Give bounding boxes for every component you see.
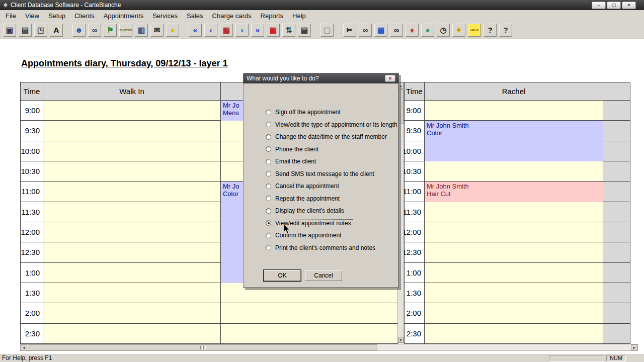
slot-cell[interactable] <box>43 182 221 202</box>
slot-cell[interactable] <box>425 263 603 283</box>
radio-button-icon[interactable] <box>266 184 271 189</box>
slot-cell[interactable] <box>425 161 603 182</box>
appointments-grid-button[interactable]: ▦ <box>267 24 280 37</box>
flag-button[interactable]: ⚑ <box>104 24 117 37</box>
slot-cell[interactable] <box>43 141 221 161</box>
slot-cell[interactable] <box>425 222 603 242</box>
radio-option[interactable]: Cancel the appointment <box>266 180 398 193</box>
radio-button-icon[interactable] <box>266 233 271 238</box>
radio-option[interactable]: Repeat the appointment <box>266 193 398 205</box>
slot-cell[interactable] <box>43 121 221 141</box>
menu-services[interactable]: Services <box>148 11 182 21</box>
menu-charge-cards[interactable]: Charge cards <box>208 11 256 21</box>
screen-button[interactable]: ▥ <box>135 24 148 37</box>
photos-button[interactable]: PHOTOS <box>119 24 132 37</box>
context-help-button[interactable]: ? <box>499 24 512 37</box>
search-button[interactable]: ∞ <box>390 24 403 37</box>
goto-date-button[interactable]: ▦ <box>220 24 233 37</box>
dialog-close-icon[interactable]: ✕ <box>385 75 395 82</box>
radio-button-icon[interactable] <box>266 208 271 214</box>
menu-clients[interactable]: Clients <box>70 11 99 21</box>
slot-cell[interactable] <box>43 283 221 303</box>
menu-file[interactable]: File <box>1 11 21 21</box>
slot-cell[interactable] <box>603 141 630 161</box>
sort-button[interactable]: ⇅ <box>282 24 295 37</box>
radio-button-icon[interactable] <box>266 245 271 250</box>
radio-option[interactable]: Phone the client <box>266 143 398 156</box>
slot-cell[interactable] <box>603 121 630 141</box>
slot-cell[interactable] <box>425 283 603 303</box>
radio-button-icon[interactable] <box>266 134 271 140</box>
till-button[interactable]: ♦ <box>406 24 419 37</box>
slot-cell[interactable] <box>425 101 603 121</box>
slot-cell[interactable] <box>603 263 630 283</box>
previous-day-button[interactable]: ‹ <box>204 24 217 37</box>
slot-cell[interactable] <box>603 222 630 242</box>
slot-cell[interactable] <box>603 161 630 182</box>
scroll-left-icon[interactable]: ◄ <box>21 344 27 350</box>
slot-cell[interactable] <box>43 242 221 262</box>
slot-cell[interactable] <box>425 324 603 344</box>
slot-cell[interactable] <box>43 303 221 323</box>
ok-button[interactable]: OK <box>264 270 301 281</box>
security-key-button[interactable]: ✦ <box>452 24 465 37</box>
slot-cell[interactable] <box>603 283 630 303</box>
slot-cell[interactable] <box>603 101 630 121</box>
appointment-block[interactable]: Mr John SmithHair Cut <box>425 182 603 202</box>
first-day-button[interactable]: « <box>189 24 202 37</box>
services-button[interactable]: ● <box>421 24 434 37</box>
radio-option[interactable]: Send SMS text message to the client <box>266 168 398 180</box>
radio-option[interactable]: Display the client's details <box>266 205 398 217</box>
radio-option[interactable]: Email the client <box>266 155 398 168</box>
print-button[interactable]: ▤ <box>19 24 32 37</box>
slot-cell[interactable] <box>43 263 221 283</box>
horizontal-scrollbar[interactable]: ◄ ► <box>20 344 638 351</box>
menu-sales[interactable]: Sales <box>182 11 208 21</box>
slot-cell[interactable] <box>425 303 603 323</box>
slot-cell[interactable] <box>43 161 221 182</box>
menu-setup[interactable]: Setup <box>44 11 70 21</box>
slot-cell[interactable] <box>603 202 630 222</box>
radio-button-icon[interactable] <box>266 171 271 176</box>
scroll-down-icon[interactable]: ▼ <box>398 337 404 343</box>
notes-page-button[interactable]: ▤ <box>298 24 311 37</box>
slot-cell[interactable] <box>221 303 398 323</box>
radio-button-icon[interactable] <box>266 122 271 127</box>
slot-cell[interactable] <box>221 324 398 344</box>
slot-cell[interactable] <box>425 242 603 262</box>
cancel-button[interactable]: Cancel <box>305 270 342 281</box>
email-button[interactable]: ✉ <box>150 24 164 37</box>
minimize-button[interactable]: – <box>592 2 606 9</box>
print-preview-button[interactable]: ◳ <box>34 24 47 37</box>
radio-button-icon[interactable] <box>266 220 271 226</box>
radio-button-icon[interactable] <box>266 146 271 152</box>
find-client-button[interactable]: ∞ <box>88 24 101 37</box>
radio-option[interactable]: View/edit the type of appointment or its… <box>266 119 398 131</box>
radio-option[interactable]: Print the client's comments and notes <box>266 242 398 254</box>
slot-cell[interactable] <box>43 324 221 344</box>
photo-grid-button[interactable]: ▦ <box>374 24 387 37</box>
menu-help[interactable]: Help <box>288 11 310 21</box>
radio-button-icon[interactable] <box>266 159 271 164</box>
menu-reports[interactable]: Reports <box>256 11 288 21</box>
horizontal-scroll-thumb[interactable] <box>28 344 377 350</box>
find-text-button[interactable]: A <box>50 24 63 37</box>
slot-cell[interactable] <box>43 202 221 222</box>
maximize-button[interactable]: ▢ <box>607 2 621 9</box>
scroll-right-icon[interactable]: ► <box>631 344 637 350</box>
radio-button-icon[interactable] <box>266 110 271 115</box>
radio-option[interactable]: Change the date/time or the staff member <box>266 131 398 143</box>
slot-cell[interactable] <box>43 101 221 121</box>
blank-page-button[interactable]: ▢ <box>320 24 334 37</box>
save-button[interactable]: ▣ <box>3 24 16 37</box>
slot-cell[interactable] <box>603 324 630 344</box>
close-button[interactable]: ✕ <box>622 2 636 9</box>
slot-cell[interactable] <box>425 202 603 222</box>
menu-appointments[interactable]: Appointments <box>99 11 148 21</box>
cut-button[interactable]: ✂ <box>343 24 356 37</box>
slot-cell[interactable] <box>603 303 630 323</box>
last-day-button[interactable]: » <box>251 24 264 37</box>
clock-button[interactable]: ◷ <box>437 24 450 37</box>
help-button[interactable]: ? <box>484 24 497 37</box>
radio-option[interactable]: Sign off the appointment <box>266 106 398 119</box>
